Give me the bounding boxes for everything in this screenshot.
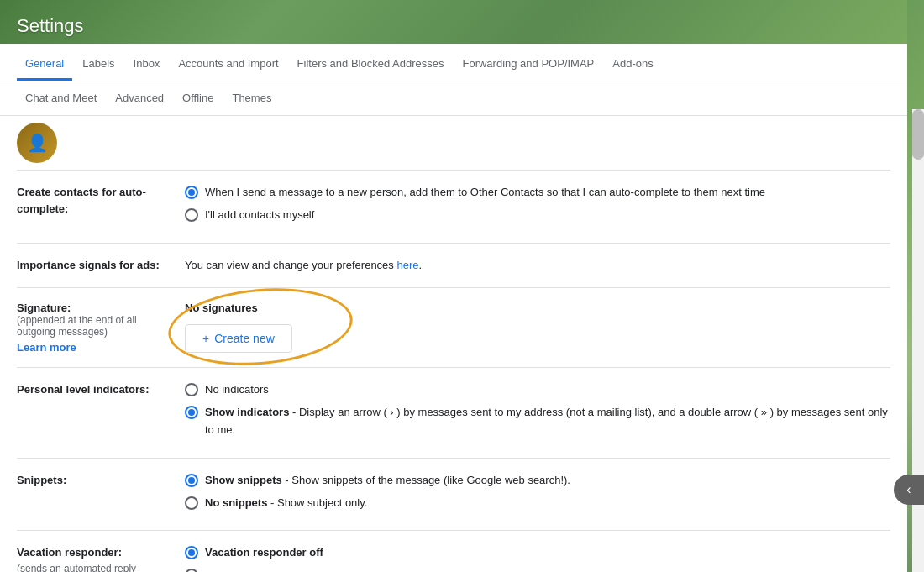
show-indicators-rest: - Display an arrow ( › ) by messages sen… [205,406,888,436]
importance-content: You can view and change your preferences… [185,257,890,275]
radio-manual-contacts[interactable] [185,208,198,222]
no-snippets-bold: No snippets [205,496,267,509]
manual-contacts-label: I'll add contacts myself [205,207,314,224]
tab-forwarding-pop[interactable]: Forwarding and POP/IMAP [454,47,602,81]
create-contacts-content: When I send a message to a new person, a… [185,184,890,229]
personal-level-content: No indicators Show indicators - Display … [185,381,890,443]
tab-advanced[interactable]: Advanced [107,81,172,115]
radio-vacation-off[interactable]: Vacation responder off [185,544,890,562]
tab-chat-meet[interactable]: Chat and Meet [17,81,105,115]
setting-row-importance: Importance signals for ads: You can view… [17,244,890,289]
snippets-label: Snippets: [17,472,185,489]
radio-show-snippets[interactable]: Show snippets - Show snippets of the mes… [185,472,890,490]
show-snippets-bold: Show snippets [205,474,282,486]
setting-row-create-contacts: Create contacts for auto-complete: When … [17,171,890,244]
plus-icon: + [202,332,209,345]
radio-vacation-on[interactable] [185,567,890,572]
collapse-panel-button[interactable]: ‹ [894,475,924,505]
avatar-row: 👤 [17,116,890,171]
no-signatures-text: No signatures [185,302,890,314]
setting-row-personal-level: Personal level indicators: No indicators… [17,368,890,458]
radio-no-snippets-btn[interactable] [185,496,198,510]
page-title: Settings [17,7,890,44]
create-new-label: Create new [214,332,275,345]
tab-accounts-import[interactable]: Accounts and Import [170,47,286,81]
radio-option-2[interactable]: I'll add contacts myself [185,207,890,224]
radio-option-1[interactable]: When I send a message to a new person, a… [185,184,890,202]
signature-label-block: Signature: (appended at the end of all o… [17,302,185,354]
setting-row-signature: Signature: (appended at the end of all o… [17,288,890,368]
tab-general[interactable]: General [17,47,72,81]
signature-content: No signatures + Create new [185,302,890,353]
vacation-off-label: Vacation responder off [205,544,323,562]
radio-no-indicators-btn[interactable] [185,383,198,396]
radio-auto-contacts[interactable] [185,186,198,199]
tab-filters-blocked[interactable]: Filters and Blocked Addresses [289,47,453,81]
avatar: 👤 [17,123,57,163]
create-new-signature-button[interactable]: + Create new [185,324,292,353]
arrow-left-icon: ‹ [906,482,911,497]
show-indicators-text: Show indicators - Display an arrow ( › )… [205,404,890,439]
snippets-content: Show snippets - Show snippets of the mes… [185,472,890,517]
tab-addons[interactable]: Add-ons [604,47,661,81]
setting-row-vacation: Vacation responder: (sends an automated … [17,531,890,572]
radio-no-indicators[interactable]: No indicators [185,381,890,399]
vacation-label-block: Vacation responder: (sends an automated … [17,544,185,572]
create-contacts-label: Create contacts for auto-complete: [17,184,185,217]
tabs-row-1: General Labels Inbox Accounts and Import… [0,44,907,81]
vacation-content: Vacation responder off [185,544,890,572]
importance-text: You can view and change your preferences [185,259,396,271]
signature-sublabel: (appended at the end of all outgoing mes… [17,314,168,338]
radio-show-indicators-btn[interactable] [185,406,198,419]
radio-show-snippets-btn[interactable] [185,474,198,487]
tab-inbox[interactable]: Inbox [125,47,169,81]
personal-level-label: Personal level indicators: [17,381,185,398]
scrollbar-thumb[interactable] [912,109,924,160]
no-snippets-text: No snippets - Show subject only. [205,495,367,512]
importance-here-link[interactable]: here [396,259,418,271]
show-snippets-rest: - Show snippets of the message (like Goo… [282,474,570,486]
signature-label: Signature: [17,302,168,314]
radio-vacation-off-btn[interactable] [185,546,198,559]
vacation-sublabel: (sends an automated reply [17,561,168,572]
radio-no-snippets[interactable]: No snippets - Show subject only. [185,495,890,512]
tab-labels[interactable]: Labels [74,47,123,81]
radio-show-indicators[interactable]: Show indicators - Display an arrow ( › )… [185,404,890,439]
setting-row-snippets: Snippets: Show snippets - Show snippets … [17,459,890,532]
tabs-row-2: Chat and Meet Advanced Offline Themes [0,81,907,116]
content-area: 👤 Create contacts for auto-complete: Whe… [0,116,907,572]
show-snippets-text: Show snippets - Show snippets of the mes… [205,472,570,490]
settings-panel: Settings General Labels Inbox Accounts a… [0,0,907,572]
no-snippets-rest: - Show subject only. [267,496,367,509]
auto-contacts-label: When I send a message to a new person, a… [205,184,765,202]
radio-vacation-on-btn[interactable] [185,569,198,572]
signature-inner: Signature: (appended at the end of all o… [17,302,890,354]
vacation-label: Vacation responder: [17,544,168,561]
tab-themes[interactable]: Themes [223,81,280,115]
signature-learn-more-link[interactable]: Learn more [17,341,168,354]
no-indicators-label: No indicators [205,381,269,399]
tab-offline[interactable]: Offline [174,81,222,115]
show-indicators-bold: Show indicators [205,406,289,418]
importance-label: Importance signals for ads: [17,257,185,274]
signature-annotation-wrapper: No signatures + Create new [185,302,890,353]
